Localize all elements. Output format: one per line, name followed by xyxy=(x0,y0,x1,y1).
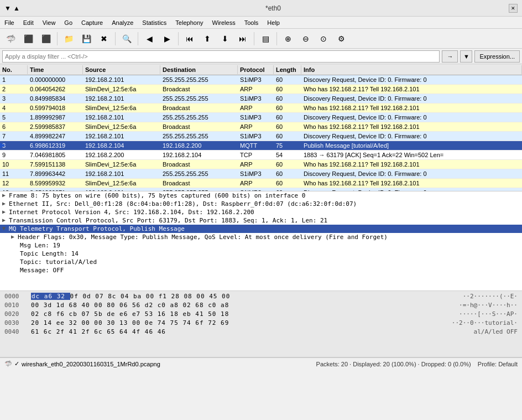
packet-cell: 1 xyxy=(0,76,28,84)
packet-row[interactable]: 97.046981805192.168.2.200192.168.2.104TC… xyxy=(0,151,522,160)
packet-cell: 60 xyxy=(274,104,301,112)
menu-item-capture[interactable]: Capture xyxy=(77,18,107,27)
packet-cell: 60 xyxy=(274,123,301,131)
menu-item-edit[interactable]: Edit xyxy=(19,18,38,27)
go-first-icon[interactable]: ⏮ xyxy=(181,31,198,46)
packet-row[interactable]: 117.899963442192.168.2.101255.255.255.25… xyxy=(0,169,522,179)
packet-row[interactable]: 128.599959932SlimDevi_12:5e:6aBroadcastA… xyxy=(0,179,522,188)
detail-section[interactable]: ▶Internet Protocol Version 4, Src: 192.1… xyxy=(0,208,522,216)
packet-row[interactable]: 10.000000000192.168.2.101255.255.255.255… xyxy=(0,75,522,85)
packet-row[interactable]: 107.599151138SlimDevi_12:5e:6aBroadcastA… xyxy=(0,160,522,169)
filter-input[interactable] xyxy=(2,50,440,63)
zoom-reset-icon[interactable]: ⊙ xyxy=(315,31,332,46)
title-maximize-icon[interactable]: ▲ xyxy=(13,4,20,12)
selected-row-indicator: ▶ xyxy=(0,141,5,149)
save-icon[interactable]: 💾 xyxy=(78,31,95,46)
filter-apply-btn[interactable]: → xyxy=(442,50,458,63)
menu-item-statistics[interactable]: Statistics xyxy=(138,18,171,27)
close2-icon[interactable]: ⬛ xyxy=(38,31,54,46)
hex-bytes: 00 3d 1d 68 40 00 80 06 56 d2 c0 a8 02 6… xyxy=(31,302,452,309)
close3-icon[interactable]: ✖ xyxy=(96,31,112,46)
packet-row[interactable]: 51.899992987192.168.2.101255.255.255.255… xyxy=(0,113,522,122)
find-pkt-icon[interactable]: 🔍 xyxy=(118,31,135,46)
packet-row[interactable]: 40.599794018SlimDevi_12:5e:6aBroadcastAR… xyxy=(0,103,522,113)
zoom-out-icon[interactable]: ⊖ xyxy=(297,31,314,46)
toolbar-separator xyxy=(57,32,58,45)
new-capture-icon[interactable]: 🦈 xyxy=(2,31,19,46)
packet-cell: S1iMP3 xyxy=(238,76,274,84)
packet-cell: 4 xyxy=(0,104,28,112)
go-last-icon[interactable]: ⏭ xyxy=(234,31,251,46)
packet-cell: 7.599151138 xyxy=(28,160,83,168)
packet-cell: 0.599794018 xyxy=(28,104,83,112)
toolbar-separator xyxy=(254,32,254,45)
hex-offset: 0040 xyxy=(4,328,24,336)
window-title: *eth0 xyxy=(38,4,509,12)
packet-cell: MQTT xyxy=(238,142,274,149)
hex-row: 001000 3d 1d 68 40 00 80 06 56 d2 c0 a8 … xyxy=(0,301,522,310)
zoom-in-icon[interactable]: ⊕ xyxy=(280,31,296,46)
detail-section[interactable]: ▶Header Flags: 0x30, Message Type: Publi… xyxy=(0,233,522,241)
stop-icon[interactable]: ⬛ xyxy=(20,31,36,46)
packet-row[interactable]: ▶86.998612319192.168.2.104192.168.2.200M… xyxy=(0,141,522,151)
go-prev-icon[interactable]: ⬆ xyxy=(199,31,216,46)
packet-cell: 1883 → 63179 [ACK] Seq=1 Ack=22 Win=502 … xyxy=(301,151,522,159)
title-minimize-icon[interactable]: ▼ xyxy=(4,4,11,12)
packet-cell: TCP xyxy=(238,151,274,159)
detail-text: Header Flags: 0x30, Message Type: Publis… xyxy=(18,234,388,241)
filter-dropdown[interactable]: ▼ xyxy=(460,50,472,63)
packet-cell: 60 xyxy=(274,132,301,140)
hex-ascii: ·=·h@···V····h·· xyxy=(459,302,518,309)
colorize-icon[interactable]: ▤ xyxy=(257,31,274,46)
detail-section[interactable]: ▶Transmission Control Protocol, Src Port… xyxy=(0,216,522,225)
packet-row[interactable]: 30.849985834192.168.2.101255.255.255.255… xyxy=(0,94,522,103)
packet-list-body[interactable]: 10.000000000192.168.2.101255.255.255.255… xyxy=(0,75,522,191)
detail-text: Msg Len: 19 xyxy=(20,242,60,249)
menu-item-analyze[interactable]: Analyze xyxy=(107,18,138,27)
go-back-icon[interactable]: ◀ xyxy=(141,31,158,46)
packet-row[interactable]: 138.651960971192.168.2.101255.255.255.25… xyxy=(0,188,522,191)
packet-cell: Discovery Request, Device ID: 0. Firmwar… xyxy=(301,170,522,178)
win-close-btn[interactable]: ✕ xyxy=(509,4,518,13)
menu-item-wireless[interactable]: Wireless xyxy=(208,18,240,27)
menu-item-view[interactable]: View xyxy=(38,18,60,27)
expression-btn[interactable]: Expression... xyxy=(474,50,520,63)
packet-cell: 60 xyxy=(274,113,301,121)
menu-item-tools[interactable]: Tools xyxy=(240,18,263,27)
menu-item-telephony[interactable]: Telephony xyxy=(171,18,207,27)
expand-icon[interactable]: ⚙ xyxy=(333,31,349,46)
packet-cell: Discovery Request, Device ID: 0. Firmwar… xyxy=(301,189,522,191)
packet-cell: 192.168.2.101 xyxy=(83,189,160,191)
hex-highlight: dc a6 32 xyxy=(31,293,70,300)
detail-collapse-icon: ▼ xyxy=(2,225,6,231)
detail-section[interactable]: ▼MQ Telemetry Transport Protocol, Publis… xyxy=(0,225,522,233)
detail-section: Message: OFF xyxy=(0,266,522,274)
packet-cell: Who has 192.168.2.11? Tell 192.168.2.101 xyxy=(301,123,522,131)
detail-section[interactable]: ▶Ethernet II, Src: Dell_00:f1:28 (8c:04:… xyxy=(0,200,522,208)
packet-cell: 13 xyxy=(0,189,28,191)
detail-expand-icon: ▶ xyxy=(2,192,6,198)
packet-row[interactable]: 20.064054262SlimDevi_12:5e:6aBroadcastAR… xyxy=(0,85,522,94)
go-fwd-icon[interactable]: ▶ xyxy=(159,31,175,46)
packet-cell: 6.998612319 xyxy=(28,142,83,149)
menu-item-file[interactable]: File xyxy=(0,18,19,27)
packet-cell: 60 xyxy=(274,189,301,191)
packet-row[interactable]: 74.899982247192.168.2.101255.255.255.255… xyxy=(0,132,522,141)
go-next-icon[interactable]: ⬇ xyxy=(217,31,233,46)
packet-cell: 255.255.255.255 xyxy=(160,132,238,140)
packet-detail[interactable]: ▶Frame 8: 75 bytes on wire (600 bits), 7… xyxy=(0,191,522,291)
hex-pane[interactable]: 0000dc a6 32 0f 0d 07 8c 04 ba 00 f1 28 … xyxy=(0,291,522,357)
menu-item-help[interactable]: Help xyxy=(263,18,284,27)
menu-item-go[interactable]: Go xyxy=(60,18,77,27)
packet-cell: 7 xyxy=(0,132,28,140)
packet-row[interactable]: 62.599985837SlimDevi_12:5e:6aBroadcastAR… xyxy=(0,122,522,132)
open-icon[interactable]: 📁 xyxy=(60,31,77,46)
hex-row: 003020 14 ee 32 00 00 30 13 00 0e 74 75 … xyxy=(0,319,522,328)
status-bar: 🦈 ✓ wireshark_eth0_20200301160315_1MrRd0… xyxy=(0,357,522,370)
packet-cell: S1iMP3 xyxy=(238,170,274,178)
packet-cell: 60 xyxy=(274,160,301,168)
detail-section[interactable]: ▶Frame 8: 75 bytes on wire (600 bits), 7… xyxy=(0,191,522,200)
packet-cell: S1iMP3 xyxy=(238,132,274,140)
packet-cell: Who has 192.168.2.11? Tell 192.168.2.101 xyxy=(301,85,522,93)
packet-cell: Discovery Request, Device ID: 0. Firmwar… xyxy=(301,95,522,102)
